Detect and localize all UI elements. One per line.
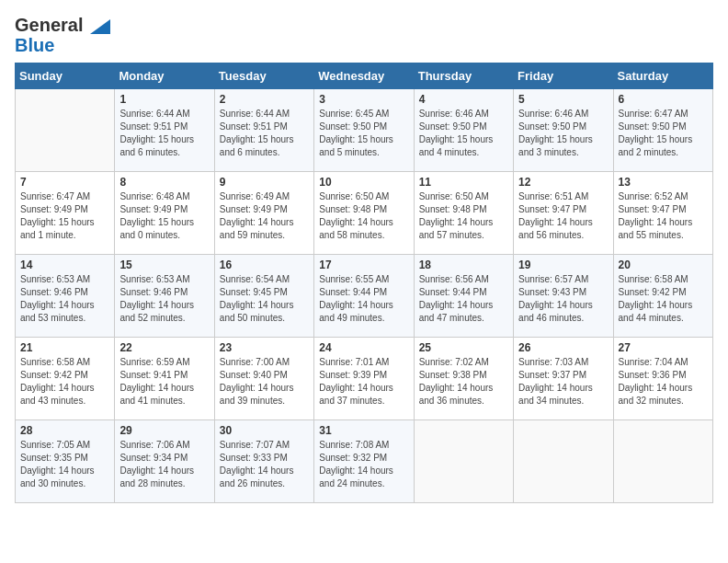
day-number: 20 <box>619 259 708 271</box>
cell-sun-info: Sunrise: 6:49 AM Sunset: 9:49 PM Dayligh… <box>220 190 309 242</box>
day-number: 14 <box>20 259 109 271</box>
cell-sun-info: Sunrise: 6:50 AM Sunset: 9:48 PM Dayligh… <box>419 190 508 242</box>
day-number: 11 <box>419 176 508 189</box>
calendar-cell: 31Sunrise: 7:08 AM Sunset: 9:32 PM Dayli… <box>314 420 414 503</box>
day-number: 15 <box>119 259 209 271</box>
calendar-cell: 12Sunrise: 6:51 AM Sunset: 9:47 PM Dayli… <box>514 172 613 255</box>
day-number: 2 <box>220 93 309 106</box>
calendar-cell: 21Sunrise: 6:58 AM Sunset: 9:42 PM Dayli… <box>16 338 115 420</box>
cell-sun-info: Sunrise: 6:46 AM Sunset: 9:50 PM Dayligh… <box>518 108 608 159</box>
day-number: 17 <box>319 259 408 271</box>
day-number: 19 <box>518 259 608 271</box>
calendar-cell: 16Sunrise: 6:54 AM Sunset: 9:45 PM Dayli… <box>214 255 313 338</box>
cell-sun-info: Sunrise: 7:05 AM Sunset: 9:35 PM Dayligh… <box>20 439 109 490</box>
cell-sun-info: Sunrise: 6:56 AM Sunset: 9:44 PM Dayligh… <box>419 273 508 325</box>
calendar-cell: 29Sunrise: 7:06 AM Sunset: 9:34 PM Dayli… <box>115 420 214 503</box>
day-number: 8 <box>119 176 209 189</box>
col-header-saturday: Saturday <box>613 63 712 89</box>
day-number: 7 <box>20 176 109 189</box>
logo-blue: Blue <box>15 35 110 55</box>
calendar-cell: 18Sunrise: 6:56 AM Sunset: 9:44 PM Dayli… <box>414 255 513 338</box>
calendar-cell: 30Sunrise: 7:07 AM Sunset: 9:33 PM Dayli… <box>214 420 313 503</box>
calendar-cell: 1Sunrise: 6:44 AM Sunset: 9:51 PM Daylig… <box>115 89 214 172</box>
svg-marker-0 <box>90 19 110 34</box>
calendar-cell: 11Sunrise: 6:50 AM Sunset: 9:48 PM Dayli… <box>414 172 513 255</box>
day-number: 10 <box>319 176 408 189</box>
calendar-cell <box>16 89 115 172</box>
cell-sun-info: Sunrise: 6:51 AM Sunset: 9:47 PM Dayligh… <box>518 190 608 242</box>
cell-sun-info: Sunrise: 6:57 AM Sunset: 9:43 PM Dayligh… <box>518 273 608 325</box>
calendar-cell <box>414 420 513 503</box>
logo-general: General <box>15 15 110 35</box>
col-header-thursday: Thursday <box>414 63 513 89</box>
day-number: 30 <box>220 424 309 437</box>
cell-sun-info: Sunrise: 6:52 AM Sunset: 9:47 PM Dayligh… <box>619 190 708 242</box>
calendar-cell: 14Sunrise: 6:53 AM Sunset: 9:46 PM Dayli… <box>16 255 115 338</box>
cell-sun-info: Sunrise: 6:48 AM Sunset: 9:49 PM Dayligh… <box>119 190 209 242</box>
cell-sun-info: Sunrise: 7:01 AM Sunset: 9:39 PM Dayligh… <box>319 356 408 408</box>
calendar-cell: 10Sunrise: 6:50 AM Sunset: 9:48 PM Dayli… <box>314 172 414 255</box>
cell-sun-info: Sunrise: 7:00 AM Sunset: 9:40 PM Dayligh… <box>220 356 309 408</box>
calendar-cell: 19Sunrise: 6:57 AM Sunset: 9:43 PM Dayli… <box>514 255 613 338</box>
logo: General Blue <box>15 15 110 55</box>
calendar-cell: 9Sunrise: 6:49 AM Sunset: 9:49 PM Daylig… <box>214 172 313 255</box>
day-number: 31 <box>319 424 408 437</box>
calendar-cell: 4Sunrise: 6:46 AM Sunset: 9:50 PM Daylig… <box>414 89 513 172</box>
calendar-cell <box>514 420 613 503</box>
calendar-cell: 26Sunrise: 7:03 AM Sunset: 9:37 PM Dayli… <box>514 338 613 420</box>
day-number: 29 <box>119 424 209 437</box>
calendar-cell: 25Sunrise: 7:02 AM Sunset: 9:38 PM Dayli… <box>414 338 513 420</box>
day-number: 4 <box>419 93 508 106</box>
calendar-table: SundayMondayTuesdayWednesdayThursdayFrid… <box>15 63 713 503</box>
cell-sun-info: Sunrise: 7:07 AM Sunset: 9:33 PM Dayligh… <box>220 439 309 490</box>
cell-sun-info: Sunrise: 6:45 AM Sunset: 9:50 PM Dayligh… <box>319 108 408 159</box>
day-number: 21 <box>20 341 109 354</box>
col-header-tuesday: Tuesday <box>214 63 313 89</box>
calendar-cell: 24Sunrise: 7:01 AM Sunset: 9:39 PM Dayli… <box>314 338 414 420</box>
calendar-cell: 27Sunrise: 7:04 AM Sunset: 9:36 PM Dayli… <box>613 338 712 420</box>
calendar-cell: 17Sunrise: 6:55 AM Sunset: 9:44 PM Dayli… <box>314 255 414 338</box>
calendar-cell: 13Sunrise: 6:52 AM Sunset: 9:47 PM Dayli… <box>613 172 712 255</box>
col-header-sunday: Sunday <box>16 63 115 89</box>
page-header: General Blue <box>15 15 713 55</box>
col-header-friday: Friday <box>514 63 613 89</box>
calendar-cell: 2Sunrise: 6:44 AM Sunset: 9:51 PM Daylig… <box>214 89 313 172</box>
cell-sun-info: Sunrise: 6:59 AM Sunset: 9:41 PM Dayligh… <box>119 356 209 408</box>
day-number: 27 <box>619 341 708 354</box>
calendar-cell: 23Sunrise: 7:00 AM Sunset: 9:40 PM Dayli… <box>214 338 313 420</box>
day-number: 25 <box>419 341 508 354</box>
cell-sun-info: Sunrise: 6:46 AM Sunset: 9:50 PM Dayligh… <box>419 108 508 159</box>
calendar-cell: 3Sunrise: 6:45 AM Sunset: 9:50 PM Daylig… <box>314 89 414 172</box>
logo-triangle-icon <box>90 19 110 34</box>
day-number: 1 <box>119 93 209 106</box>
cell-sun-info: Sunrise: 6:44 AM Sunset: 9:51 PM Dayligh… <box>220 108 309 159</box>
cell-sun-info: Sunrise: 7:06 AM Sunset: 9:34 PM Dayligh… <box>119 439 209 490</box>
cell-sun-info: Sunrise: 7:08 AM Sunset: 9:32 PM Dayligh… <box>319 439 408 490</box>
day-number: 3 <box>319 93 408 106</box>
day-number: 23 <box>220 341 309 354</box>
day-number: 13 <box>619 176 708 189</box>
day-number: 16 <box>220 259 309 271</box>
calendar-cell: 8Sunrise: 6:48 AM Sunset: 9:49 PM Daylig… <box>115 172 214 255</box>
calendar-cell: 22Sunrise: 6:59 AM Sunset: 9:41 PM Dayli… <box>115 338 214 420</box>
col-header-monday: Monday <box>115 63 214 89</box>
col-header-wednesday: Wednesday <box>314 63 414 89</box>
day-number: 22 <box>119 341 209 354</box>
cell-sun-info: Sunrise: 6:50 AM Sunset: 9:48 PM Dayligh… <box>319 190 408 242</box>
day-number: 28 <box>20 424 109 437</box>
cell-sun-info: Sunrise: 6:47 AM Sunset: 9:49 PM Dayligh… <box>20 190 109 242</box>
day-number: 9 <box>220 176 309 189</box>
cell-sun-info: Sunrise: 6:53 AM Sunset: 9:46 PM Dayligh… <box>119 273 209 325</box>
calendar-cell: 20Sunrise: 6:58 AM Sunset: 9:42 PM Dayli… <box>613 255 712 338</box>
cell-sun-info: Sunrise: 7:03 AM Sunset: 9:37 PM Dayligh… <box>518 356 608 408</box>
cell-sun-info: Sunrise: 7:04 AM Sunset: 9:36 PM Dayligh… <box>619 356 708 408</box>
cell-sun-info: Sunrise: 6:58 AM Sunset: 9:42 PM Dayligh… <box>619 273 708 325</box>
calendar-cell: 5Sunrise: 6:46 AM Sunset: 9:50 PM Daylig… <box>514 89 613 172</box>
calendar-cell: 15Sunrise: 6:53 AM Sunset: 9:46 PM Dayli… <box>115 255 214 338</box>
calendar-cell: 28Sunrise: 7:05 AM Sunset: 9:35 PM Dayli… <box>16 420 115 503</box>
day-number: 24 <box>319 341 408 354</box>
day-number: 18 <box>419 259 508 271</box>
day-number: 5 <box>518 93 608 106</box>
calendar-cell <box>613 420 712 503</box>
day-number: 26 <box>518 341 608 354</box>
